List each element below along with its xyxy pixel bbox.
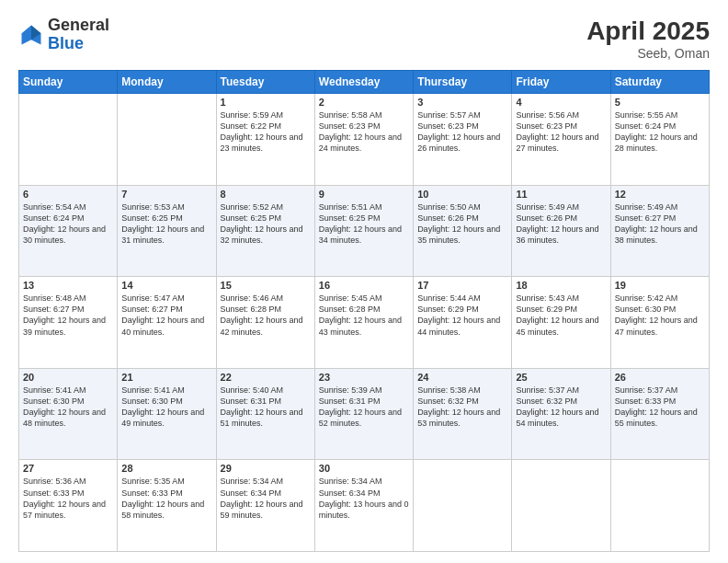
day-number: 16	[319, 280, 409, 291]
logo-text: General Blue	[48, 17, 109, 53]
calendar-cell: 19Sunrise: 5:42 AM Sunset: 6:30 PM Dayli…	[610, 277, 709, 369]
cell-info: Sunrise: 5:41 AM Sunset: 6:30 PM Dayligh…	[121, 385, 211, 430]
day-number: 2	[319, 97, 409, 108]
calendar-cell: 29Sunrise: 5:34 AM Sunset: 6:34 PM Dayli…	[216, 460, 314, 552]
cell-info: Sunrise: 5:34 AM Sunset: 6:34 PM Dayligh…	[319, 476, 409, 521]
logo: General Blue	[18, 17, 109, 53]
calendar-cell: 28Sunrise: 5:35 AM Sunset: 6:33 PM Dayli…	[118, 460, 216, 552]
day-header-thursday: Thursday	[414, 71, 512, 94]
calendar-cell: 16Sunrise: 5:45 AM Sunset: 6:28 PM Dayli…	[314, 277, 413, 369]
calendar-cell	[118, 94, 216, 186]
calendar-cell	[414, 460, 512, 552]
calendar-cell: 30Sunrise: 5:34 AM Sunset: 6:34 PM Dayli…	[314, 460, 413, 552]
cell-info: Sunrise: 5:54 AM Sunset: 6:24 PM Dayligh…	[23, 201, 113, 247]
cell-info: Sunrise: 5:48 AM Sunset: 6:27 PM Dayligh…	[23, 293, 113, 338]
calendar-cell: 26Sunrise: 5:37 AM Sunset: 6:33 PM Dayli…	[610, 368, 709, 460]
day-number: 5	[615, 97, 705, 108]
day-number: 3	[417, 97, 507, 108]
calendar-cell: 15Sunrise: 5:46 AM Sunset: 6:28 PM Dayli…	[216, 277, 314, 369]
day-number: 11	[516, 189, 606, 200]
calendar-cell: 21Sunrise: 5:41 AM Sunset: 6:30 PM Dayli…	[118, 368, 216, 460]
header: General Blue April 2025 Seeb, Oman	[18, 17, 710, 61]
day-number: 25	[516, 372, 606, 383]
day-number: 30	[319, 463, 409, 474]
cell-info: Sunrise: 5:53 AM Sunset: 6:25 PM Dayligh…	[121, 201, 211, 247]
calendar-cell: 4Sunrise: 5:56 AM Sunset: 6:23 PM Daylig…	[512, 94, 610, 186]
calendar-cell: 5Sunrise: 5:55 AM Sunset: 6:24 PM Daylig…	[610, 94, 709, 186]
cell-info: Sunrise: 5:49 AM Sunset: 6:27 PM Dayligh…	[615, 201, 705, 247]
day-header-saturday: Saturday	[610, 71, 709, 94]
cell-info: Sunrise: 5:37 AM Sunset: 6:32 PM Dayligh…	[516, 385, 606, 430]
day-number: 21	[121, 372, 211, 383]
calendar-cell: 8Sunrise: 5:52 AM Sunset: 6:25 PM Daylig…	[216, 185, 314, 277]
calendar-cell: 22Sunrise: 5:40 AM Sunset: 6:31 PM Dayli…	[216, 368, 314, 460]
day-number: 14	[121, 280, 211, 291]
calendar-cell: 17Sunrise: 5:44 AM Sunset: 6:29 PM Dayli…	[414, 277, 512, 369]
cell-info: Sunrise: 5:59 AM Sunset: 6:22 PM Dayligh…	[221, 109, 311, 155]
day-number: 29	[221, 463, 311, 474]
day-header-monday: Monday	[118, 71, 216, 94]
day-number: 9	[319, 189, 409, 200]
day-number: 27	[23, 463, 113, 474]
cell-info: Sunrise: 5:43 AM Sunset: 6:29 PM Dayligh…	[516, 293, 606, 338]
calendar-cell	[610, 460, 709, 552]
calendar-table: SundayMondayTuesdayWednesdayThursdayFrid…	[18, 70, 710, 552]
week-row-3: 20Sunrise: 5:41 AM Sunset: 6:30 PM Dayli…	[19, 368, 710, 460]
day-number: 26	[615, 372, 705, 383]
calendar-cell: 1Sunrise: 5:59 AM Sunset: 6:22 PM Daylig…	[216, 94, 314, 186]
calendar-cell: 12Sunrise: 5:49 AM Sunset: 6:27 PM Dayli…	[610, 185, 709, 277]
day-header-sunday: Sunday	[19, 71, 118, 94]
day-number: 12	[615, 189, 705, 200]
cell-info: Sunrise: 5:39 AM Sunset: 6:31 PM Dayligh…	[319, 385, 409, 430]
day-number: 20	[23, 372, 113, 383]
calendar-cell	[19, 94, 118, 186]
day-number: 22	[221, 372, 311, 383]
week-row-0: 1Sunrise: 5:59 AM Sunset: 6:22 PM Daylig…	[19, 94, 710, 186]
day-header-wednesday: Wednesday	[314, 71, 413, 94]
day-number: 6	[23, 189, 113, 200]
week-row-4: 27Sunrise: 5:36 AM Sunset: 6:33 PM Dayli…	[19, 460, 710, 552]
calendar-header-row: SundayMondayTuesdayWednesdayThursdayFrid…	[19, 71, 710, 94]
calendar-cell: 11Sunrise: 5:49 AM Sunset: 6:26 PM Dayli…	[512, 185, 610, 277]
cell-info: Sunrise: 5:42 AM Sunset: 6:30 PM Dayligh…	[615, 293, 705, 338]
cell-info: Sunrise: 5:52 AM Sunset: 6:25 PM Dayligh…	[221, 201, 311, 247]
day-number: 7	[121, 189, 211, 200]
calendar-cell: 23Sunrise: 5:39 AM Sunset: 6:31 PM Dayli…	[314, 368, 413, 460]
calendar-cell: 20Sunrise: 5:41 AM Sunset: 6:30 PM Dayli…	[19, 368, 118, 460]
day-number: 19	[615, 280, 705, 291]
cell-info: Sunrise: 5:50 AM Sunset: 6:26 PM Dayligh…	[417, 201, 507, 247]
day-number: 18	[516, 280, 606, 291]
month-year: April 2025	[586, 17, 710, 46]
cell-info: Sunrise: 5:38 AM Sunset: 6:32 PM Dayligh…	[417, 385, 507, 430]
calendar-cell	[512, 460, 610, 552]
day-header-tuesday: Tuesday	[216, 71, 314, 94]
cell-info: Sunrise: 5:57 AM Sunset: 6:23 PM Dayligh…	[417, 109, 507, 155]
logo-general-text: General	[48, 16, 109, 34]
cell-info: Sunrise: 5:41 AM Sunset: 6:30 PM Dayligh…	[23, 385, 113, 430]
calendar-cell: 13Sunrise: 5:48 AM Sunset: 6:27 PM Dayli…	[19, 277, 118, 369]
day-number: 13	[23, 280, 113, 291]
week-row-2: 13Sunrise: 5:48 AM Sunset: 6:27 PM Dayli…	[19, 277, 710, 369]
calendar-cell: 10Sunrise: 5:50 AM Sunset: 6:26 PM Dayli…	[414, 185, 512, 277]
day-number: 15	[221, 280, 311, 291]
cell-info: Sunrise: 5:58 AM Sunset: 6:23 PM Dayligh…	[319, 109, 409, 155]
calendar-cell: 3Sunrise: 5:57 AM Sunset: 6:23 PM Daylig…	[414, 94, 512, 186]
calendar-cell: 25Sunrise: 5:37 AM Sunset: 6:32 PM Dayli…	[512, 368, 610, 460]
calendar-cell: 7Sunrise: 5:53 AM Sunset: 6:25 PM Daylig…	[118, 185, 216, 277]
cell-info: Sunrise: 5:49 AM Sunset: 6:26 PM Dayligh…	[516, 201, 606, 247]
cell-info: Sunrise: 5:36 AM Sunset: 6:33 PM Dayligh…	[23, 476, 113, 521]
calendar-cell: 9Sunrise: 5:51 AM Sunset: 6:25 PM Daylig…	[314, 185, 413, 277]
day-number: 23	[319, 372, 409, 383]
day-header-friday: Friday	[512, 71, 610, 94]
calendar-cell: 6Sunrise: 5:54 AM Sunset: 6:24 PM Daylig…	[19, 185, 118, 277]
week-row-1: 6Sunrise: 5:54 AM Sunset: 6:24 PM Daylig…	[19, 185, 710, 277]
cell-info: Sunrise: 5:35 AM Sunset: 6:33 PM Dayligh…	[121, 476, 211, 521]
page: General Blue April 2025 Seeb, Oman Sunda…	[0, 0, 728, 563]
day-number: 4	[516, 97, 606, 108]
cell-info: Sunrise: 5:40 AM Sunset: 6:31 PM Dayligh…	[221, 385, 311, 430]
day-number: 10	[417, 189, 507, 200]
day-number: 8	[221, 189, 311, 200]
calendar-cell: 24Sunrise: 5:38 AM Sunset: 6:32 PM Dayli…	[414, 368, 512, 460]
cell-info: Sunrise: 5:51 AM Sunset: 6:25 PM Dayligh…	[319, 201, 409, 247]
cell-info: Sunrise: 5:46 AM Sunset: 6:28 PM Dayligh…	[221, 293, 311, 338]
